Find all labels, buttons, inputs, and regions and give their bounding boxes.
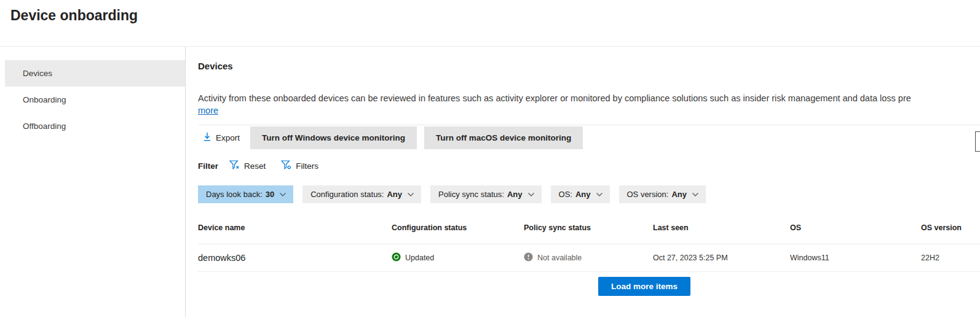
section-description: Activity from these onboarded devices ca… xyxy=(198,92,979,105)
last-seen-cell: Oct 27, 2023 5:25 PM xyxy=(653,254,790,262)
os-cell: Windows11 xyxy=(790,254,921,262)
column-header-os-version[interactable]: OS version xyxy=(921,223,980,232)
filter-bar: Filter Reset Filters xyxy=(198,160,334,171)
load-more-items-button[interactable]: Load more items xyxy=(598,277,690,296)
chip-value: Any xyxy=(387,190,402,199)
days-look-back-filter[interactable]: Days look back: 30 xyxy=(198,185,293,203)
page-title: Device onboarding xyxy=(10,7,138,24)
policy-sync-status-text: Not available xyxy=(537,254,582,262)
export-label: Export xyxy=(216,133,240,142)
info-icon xyxy=(524,252,533,263)
divider xyxy=(199,125,980,125)
policy-sync-status-cell: Not available xyxy=(524,252,653,263)
reset-label: Reset xyxy=(244,161,266,171)
sidebar-item-label: Onboarding xyxy=(23,95,66,104)
chip-label: Days look back: xyxy=(206,190,263,199)
search-input[interactable] xyxy=(975,131,980,152)
main-content: Devices Activity from these onboarded de… xyxy=(186,47,980,318)
chip-label: Policy sync status: xyxy=(438,190,504,199)
export-button[interactable]: Export xyxy=(198,132,245,144)
chevron-down-icon xyxy=(591,190,603,199)
chip-label: OS: xyxy=(559,190,572,199)
chip-value: 30 xyxy=(266,190,274,199)
reset-filters-button[interactable]: Reset xyxy=(229,160,266,171)
command-bar: Export Turn off Windows device monitorin… xyxy=(198,126,590,149)
sidebar: Devices Onboarding Offboarding xyxy=(0,47,186,317)
column-header-device-name[interactable]: Device name xyxy=(198,223,392,232)
section-heading: Devices xyxy=(198,61,233,71)
sync-status-icon xyxy=(392,252,401,263)
chip-value: Any xyxy=(507,190,523,199)
configuration-status-cell: Updated xyxy=(392,252,524,263)
chevron-down-icon xyxy=(687,190,699,199)
chip-value: Any xyxy=(671,190,687,199)
configuration-status-text: Updated xyxy=(405,254,434,262)
filter-chips: Days look back: 30 Configuration status:… xyxy=(198,185,706,203)
sidebar-item-label: Devices xyxy=(23,69,52,78)
filter-settings-icon xyxy=(281,160,291,171)
chip-label: Configuration status: xyxy=(310,190,384,199)
divider xyxy=(198,271,980,272)
column-header-last-seen[interactable]: Last seen xyxy=(653,223,790,232)
filter-clear-icon xyxy=(229,160,240,171)
more-link[interactable]: more xyxy=(198,106,218,115)
column-header-os[interactable]: OS xyxy=(790,223,921,232)
chevron-down-icon xyxy=(402,190,414,199)
column-header-policy-sync-status[interactable]: Policy sync status xyxy=(524,223,653,232)
table-row[interactable]: demowks06 Updated Not available Oct 27, … xyxy=(198,244,980,271)
sidebar-item-devices[interactable]: Devices xyxy=(5,60,185,87)
chip-label: OS version: xyxy=(627,190,669,199)
device-name-cell: demowks06 xyxy=(198,253,392,263)
configuration-status-filter[interactable]: Configuration status: Any xyxy=(302,185,421,203)
policy-sync-status-filter[interactable]: Policy sync status: Any xyxy=(430,185,542,203)
os-version-filter[interactable]: OS version: Any xyxy=(619,185,706,203)
sidebar-item-onboarding[interactable]: Onboarding xyxy=(5,87,185,113)
os-version-cell: 22H2 xyxy=(921,254,980,262)
download-icon xyxy=(203,132,211,144)
column-header-configuration-status[interactable]: Configuration status xyxy=(392,223,524,232)
os-filter[interactable]: OS: Any xyxy=(551,185,610,203)
turn-off-macos-monitoring-button[interactable]: Turn off macOS device monitoring xyxy=(424,126,583,149)
filters-button[interactable]: Filters xyxy=(281,160,318,171)
sidebar-item-offboarding[interactable]: Offboarding xyxy=(5,113,185,139)
chevron-down-icon xyxy=(274,190,286,199)
sidebar-item-label: Offboarding xyxy=(23,122,66,131)
turn-off-windows-monitoring-button[interactable]: Turn off Windows device monitoring xyxy=(250,126,417,149)
filters-label: Filters xyxy=(296,161,318,171)
sidebar-nav: Devices Onboarding Offboarding xyxy=(0,47,185,139)
chip-value: Any xyxy=(575,190,591,199)
filter-label: Filter xyxy=(198,161,218,171)
chevron-down-icon xyxy=(523,190,535,199)
table-header: Device name Configuration status Policy … xyxy=(198,223,980,232)
